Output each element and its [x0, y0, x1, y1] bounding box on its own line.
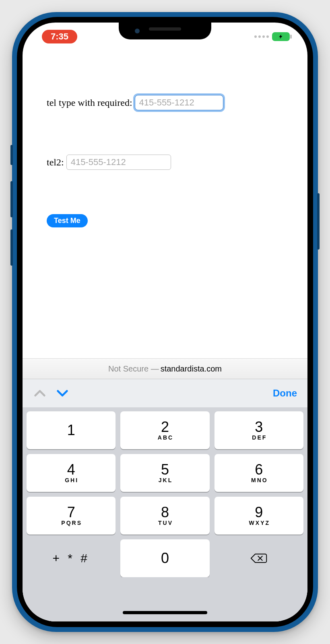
- keyboard-done-button[interactable]: Done: [273, 388, 297, 399]
- battery-charging-icon: [272, 32, 290, 41]
- tel1-label: tel type with required:: [47, 97, 132, 108]
- signal-dots-icon: [254, 35, 269, 38]
- key-0[interactable]: 0: [120, 539, 209, 577]
- browser-url-bar[interactable]: Not Secure — standardista.com: [23, 358, 307, 379]
- page-content: tel type with required: tel2: Test Me: [23, 51, 307, 358]
- key-6[interactable]: 6MNO: [214, 454, 303, 492]
- notch: [119, 23, 211, 39]
- volume-down-button: [10, 229, 13, 266]
- key-backspace[interactable]: [214, 539, 303, 577]
- chevron-down-icon[interactable]: [56, 386, 69, 400]
- keyboard-bottom-area: [23, 577, 307, 621]
- numeric-keypad: 1 2ABC 3DEF 4GHI 5JKL 6MNO 7PQRS 8TUV 9W…: [23, 407, 307, 577]
- test-me-button[interactable]: Test Me: [47, 214, 88, 227]
- recording-time-pill[interactable]: 7:35: [42, 30, 77, 43]
- key-3[interactable]: 3DEF: [214, 411, 303, 449]
- key-2[interactable]: 2ABC: [120, 411, 209, 449]
- key-4[interactable]: 4GHI: [27, 454, 116, 492]
- chevron-up-icon[interactable]: [33, 386, 47, 400]
- backspace-icon: [250, 552, 267, 564]
- power-button: [317, 193, 320, 250]
- url-domain-text: standardista.com: [161, 364, 222, 374]
- tel2-label: tel2:: [47, 157, 64, 168]
- security-status-text: Not Secure —: [108, 364, 159, 374]
- tel1-input[interactable]: [135, 95, 223, 110]
- home-indicator[interactable]: [123, 611, 207, 614]
- key-8[interactable]: 8TUV: [120, 497, 209, 535]
- key-1[interactable]: 1: [27, 411, 116, 449]
- tel2-input[interactable]: [66, 155, 171, 170]
- key-7[interactable]: 7PQRS: [27, 497, 116, 535]
- keyboard-toolbar: Done: [23, 379, 307, 407]
- key-5[interactable]: 5JKL: [120, 454, 209, 492]
- volume-up-button: [10, 181, 13, 217]
- silence-switch: [10, 145, 13, 165]
- phone-frame: 7:35 tel type with required:: [12, 12, 318, 632]
- key-9[interactable]: 9WXYZ: [214, 497, 303, 535]
- key-symbols[interactable]: + * #: [27, 539, 116, 577]
